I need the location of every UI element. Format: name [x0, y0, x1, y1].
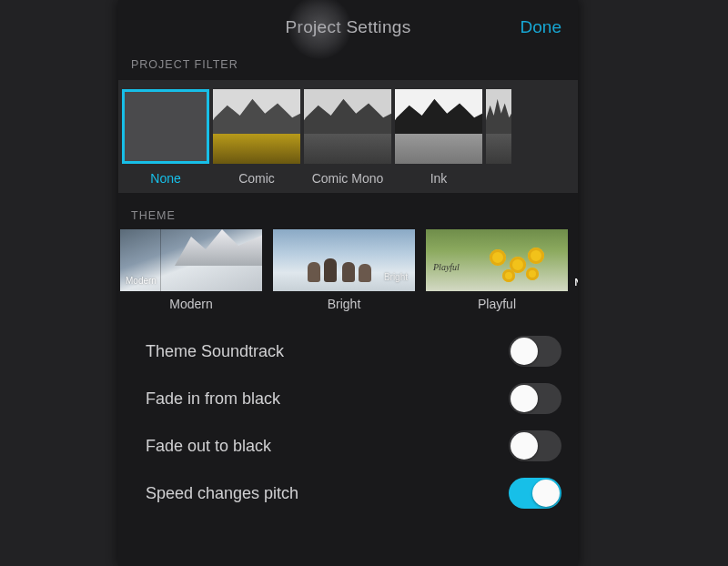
toggle-label: Speed changes pitch	[146, 484, 298, 503]
filter-thumb-ink	[395, 89, 482, 164]
project-filter-label: PROJECT FILTER	[118, 55, 578, 80]
toggle-label: Theme Soundtrack	[146, 342, 284, 361]
switch-speed-pitch[interactable]	[509, 478, 561, 509]
theme-thumb-bright: Bright	[273, 229, 415, 291]
filter-label: Comic	[238, 171, 275, 186]
header-bar: Project Settings Done	[118, 0, 578, 55]
toggle-list: Theme Soundtrack Fade in from black Fade…	[118, 311, 578, 517]
themes-row[interactable]: Modern Modern Bright Bright Playful P	[118, 229, 578, 311]
theme-label-text: Bright	[328, 297, 361, 311]
filter-thumb-comic-mono	[304, 89, 391, 164]
done-button[interactable]: Done	[521, 0, 561, 55]
filter-item-comic-mono[interactable]: Comic Mono	[304, 89, 391, 186]
theme-item-modern[interactable]: Modern Modern	[120, 229, 262, 311]
toggle-label: Fade in from black	[146, 389, 280, 409]
filter-label: Comic Mono	[312, 171, 384, 186]
filter-label: None	[150, 171, 180, 186]
theme-inlabel: Playful	[433, 262, 460, 272]
theme-item-playful[interactable]: Playful Playful	[426, 229, 568, 311]
theme-label: THEME	[118, 193, 578, 229]
toggle-row-fade-out: Fade out to black	[146, 422, 561, 470]
settings-panel: Project Settings Done PROJECT FILTER Non…	[118, 0, 578, 566]
page-title: Project Settings	[286, 17, 411, 37]
filters-row: None Comic Comic Mono	[118, 89, 578, 186]
toggle-row-theme-soundtrack: Theme Soundtrack	[146, 328, 561, 375]
filter-item-none[interactable]: None	[122, 89, 209, 186]
toggle-label: Fade out to black	[146, 437, 271, 456]
toggle-row-fade-in: Fade in from black	[146, 375, 561, 422]
filter-item-overflow[interactable]	[486, 89, 511, 164]
theme-label-text: Playful	[478, 297, 516, 311]
theme-thumb-playful: Playful	[426, 229, 568, 291]
theme-thumb-modern: Modern	[120, 229, 262, 291]
switch-fade-in[interactable]	[509, 383, 561, 414]
switch-theme-soundtrack[interactable]	[509, 336, 561, 367]
filter-thumb-none	[122, 89, 209, 164]
theme-item-bright[interactable]: Bright Bright	[273, 229, 415, 311]
filter-thumb-comic	[213, 89, 300, 164]
filter-item-comic[interactable]: Comic	[213, 89, 300, 186]
filter-item-ink[interactable]: Ink	[395, 89, 482, 186]
filter-strip[interactable]: None Comic Comic Mono	[118, 80, 578, 193]
filter-label: Ink	[430, 171, 448, 186]
theme-inlabel: Modern	[126, 276, 157, 286]
theme-label-text: Modern	[169, 297, 212, 311]
switch-fade-out[interactable]	[509, 430, 561, 461]
theme-inlabel: Bright	[384, 272, 408, 282]
toggle-row-speed-pitch: Speed changes pitch	[146, 470, 561, 517]
